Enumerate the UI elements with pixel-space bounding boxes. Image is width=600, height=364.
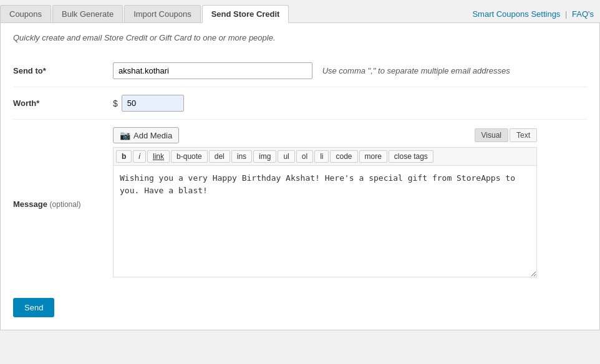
toolbar-close-tags[interactable]: close tags [389,150,433,163]
editor-toolbar: b i link b-quote del ins img ul ol li co… [113,147,537,165]
tab-send-store-credit[interactable]: Send Store Credit [202,5,289,23]
smart-coupons-settings-link[interactable]: Smart Coupons Settings [472,9,560,19]
faqs-link[interactable]: FAQ's [572,9,594,19]
worth-cell: $ [113,87,587,120]
editor-wrapper: 📷 Add Media Visual Text b i [113,127,537,279]
worth-input[interactable] [122,95,184,112]
toolbar-ins[interactable]: ins [231,150,252,163]
worth-input-group: $ [113,95,587,112]
toolbar-code[interactable]: code [330,150,357,163]
tab-bar-links: Smart Coupons Settings | FAQ's [472,9,600,22]
tab-import-coupons[interactable]: Import Coupons [124,5,201,22]
page-wrapper: Coupons Bulk Generate Import Coupons Sen… [0,0,600,364]
tab-coupons[interactable]: Coupons [0,5,51,22]
toolbar-ol[interactable]: ol [296,150,313,163]
view-tabs: Visual Text [475,128,537,142]
send-to-input[interactable] [113,62,312,79]
optional-label: (optional) [50,200,81,209]
tab-bulk-generate[interactable]: Bulk Generate [52,5,123,22]
toolbar-del[interactable]: del [209,150,230,163]
text-tab-button[interactable]: Text [510,128,537,142]
send-button[interactable]: Send [13,298,54,317]
editor-top-bar: 📷 Add Media Visual Text [113,127,537,143]
toolbar-li[interactable]: li [314,150,329,163]
send-to-cell: Use comma "," to separate multiple email… [113,55,587,87]
currency-symbol: $ [113,98,118,108]
send-to-label: Send to* [13,55,113,87]
visual-tab-button[interactable]: Visual [475,128,508,142]
send-to-row: Send to* Use comma "," to separate multi… [13,55,587,87]
media-icon: 📷 [120,130,130,140]
message-row: Message (optional) 📷 Add Media Visual [13,120,587,287]
worth-row: Worth* $ [13,87,587,120]
tab-bar: Coupons Bulk Generate Import Coupons Sen… [0,0,600,23]
content-area: Quickly create and email Store Credit or… [0,23,600,330]
toolbar-bold[interactable]: b [116,150,132,163]
toolbar-ul[interactable]: ul [278,150,294,163]
message-textarea[interactable]: Wishing you a very Happy Birthday Akshat… [113,165,537,277]
toolbar-more[interactable]: more [359,150,387,163]
page-subtitle: Quickly create and email Store Credit or… [13,33,587,42]
toolbar-bquote[interactable]: b-quote [171,150,208,163]
add-media-button[interactable]: 📷 Add Media [113,127,179,143]
toolbar-img[interactable]: img [253,150,276,163]
worth-label: Worth* [13,87,113,120]
send-to-hint: Use comma "," to separate multiple email… [322,66,510,75]
message-label: Message (optional) [13,120,113,287]
pipe-separator: | [565,9,567,19]
form-table: Send to* Use comma "," to separate multi… [13,55,587,287]
toolbar-italic[interactable]: i [133,150,146,163]
message-cell: 📷 Add Media Visual Text b i [113,120,587,287]
toolbar-link[interactable]: link [147,150,170,163]
